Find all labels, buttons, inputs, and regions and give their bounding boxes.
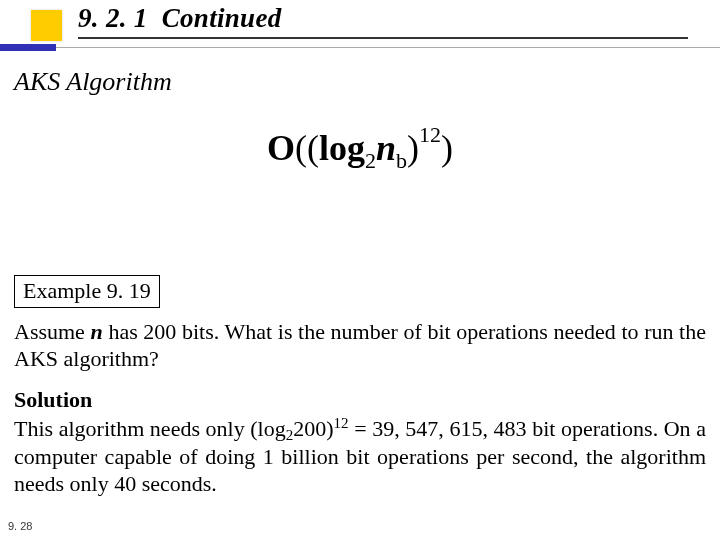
formula-var: n: [376, 128, 396, 168]
formula-exponent: 12: [419, 122, 441, 147]
solution-exp: 12: [334, 415, 349, 431]
formula-open: ((: [295, 128, 319, 168]
question-post: has 200 bits. What is the number of bit …: [14, 319, 706, 371]
complexity-formula: O((log2nb)12): [0, 122, 720, 174]
solution-body: This algorithm needs only (log2200)12 = …: [14, 414, 706, 498]
solution-pre: This algorithm needs only (log: [14, 416, 286, 441]
header-accent-icon: [0, 44, 56, 51]
formula-bigO: O: [267, 128, 295, 168]
header-bullet-icon: [31, 10, 62, 41]
subheading: AKS Algorithm: [14, 67, 172, 97]
slide: 9. 2. 1 Continued AKS Algorithm O((log2n…: [0, 0, 720, 540]
header-section-word: Continued: [162, 3, 282, 33]
formula-log: log: [319, 128, 365, 168]
example-label: Example 9. 19: [23, 278, 151, 303]
header-section-number: 9. 2. 1: [78, 3, 148, 33]
header-thin-rule: [0, 47, 720, 48]
formula-log-base: 2: [365, 148, 376, 173]
page-number: 9. 28: [8, 520, 32, 532]
formula-close-outer: ): [441, 128, 453, 168]
formula-close-inner: ): [407, 128, 419, 168]
solution-heading: Solution: [14, 387, 92, 413]
question-var: n: [91, 319, 103, 344]
header-underline: [78, 37, 688, 39]
formula-var-sub: b: [396, 148, 407, 173]
example-label-box: Example 9. 19: [14, 275, 160, 308]
question-pre: Assume: [14, 319, 91, 344]
solution-arg: 200): [293, 416, 333, 441]
example-question: Assume n has 200 bits. What is the numbe…: [14, 319, 706, 373]
header-title: 9. 2. 1 Continued: [78, 3, 281, 34]
